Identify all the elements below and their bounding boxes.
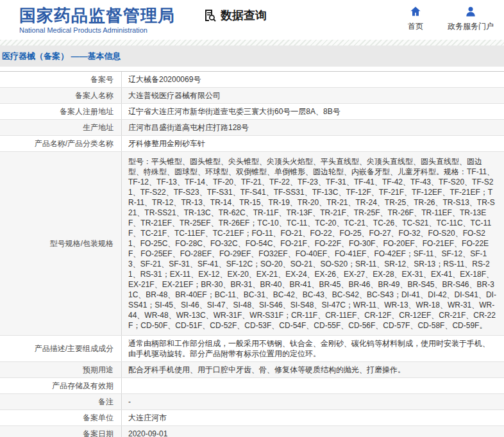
row-value [122, 378, 504, 393]
row-label: 备案人名称 [0, 88, 122, 103]
data-query-label: 数据查询 [221, 8, 267, 23]
table-row: 备案人名称 大连普锐医疗器械有限公司 [0, 88, 504, 104]
top-nav: 首页 政务服务门户 [401, 5, 494, 32]
table-row: 产品名称/产品分类名称 牙科修整用金刚砂车针 [0, 136, 504, 152]
table-row: 备案日期 2020-09-01 [0, 426, 504, 437]
row-label: 型号规格/包装规格 [0, 152, 122, 335]
row-label: 备案号 [0, 72, 122, 87]
row-label: 备案日期 [0, 426, 122, 437]
row-value: 通常由柄部和工作部分组成，一般采用不锈钢、钛合金、金刚砂、碳化钨等材料制成，使用… [122, 336, 504, 361]
row-value: - [122, 394, 504, 409]
document-search-icon [202, 8, 217, 23]
hatched-divider [0, 40, 504, 45]
table-row: 预期用途 配合牙科手机使用、用于口腔中牙齿、骨、修复体等硬质结构的抛光、打磨操作… [0, 362, 504, 378]
table-row: 产品描述/主要组成成分 通常由柄部和工作部分组成，一般采用不锈钢、钛合金、金刚砂… [0, 336, 504, 362]
row-value: 配合牙科手机使用、用于口腔中牙齿、骨、修复体等硬质结构的抛光、打磨操作。 [122, 362, 504, 377]
nav-item-label: 首页 [408, 21, 423, 32]
row-label: 生产地址 [0, 120, 122, 135]
table-row: 生产地址 庄河市昌盛街道高屯村庄打路128号 [0, 120, 504, 136]
row-label: 备注 [0, 394, 122, 409]
breadcrumb-band: 医疗器械（备案） ——基本信息 [0, 45, 504, 67]
table-row: 产品存储及有效期 [0, 378, 504, 394]
nav-item-home[interactable]: 首页 [401, 5, 430, 32]
home-icon [409, 5, 422, 18]
breadcrumb: 医疗器械（备案） ——基本信息 [0, 51, 121, 62]
row-label: 产品存储及有效期 [0, 378, 122, 393]
row-label: 产品描述/主要组成成分 [0, 336, 122, 361]
logo-title-cn: 国家药品监督管理局 [19, 6, 175, 25]
row-value: 大连庄河市 [122, 410, 504, 425]
row-label: 备案单位 [0, 410, 122, 425]
site-header: 国家药品监督管理局 National Medical Products Admi… [0, 0, 504, 40]
row-value: 2020-09-01 [122, 426, 504, 437]
row-label: 备案人注册地址 [0, 104, 122, 119]
row-label: 预期用途 [0, 362, 122, 377]
row-value: 大连普锐医疗器械有限公司 [122, 88, 504, 103]
row-value: 辽宁省大连庄河市新华街道壹屯委三寰大街60号一层8A、8B号 [122, 104, 504, 119]
nav-item-label: 政务服务门户 [448, 21, 494, 32]
table-row: 备案人注册地址 辽宁省大连庄河市新华街道壹屯委三寰大街60号一层8A、8B号 [0, 104, 504, 120]
table-row: 备注 - [0, 394, 504, 410]
row-value: 庄河市昌盛街道高屯村庄打路128号 [122, 120, 504, 135]
nav-item-gov-portal[interactable]: 政务服务门户 [448, 5, 494, 32]
user-icon [464, 5, 477, 18]
row-value: 牙科修整用金刚砂车针 [122, 136, 504, 151]
data-query-title[interactable]: 数据查询 [202, 8, 267, 23]
table-row: 备案号 辽大械备20200069号 [0, 72, 504, 88]
table-row: 备案单位 大连庄河市 [0, 410, 504, 426]
table-row: 型号规格/包装规格 型号：平头锥型、圆头锥型、尖头锥型、尖顶头火焰型、平头直线型… [0, 152, 504, 336]
row-value: 辽大械备20200069号 [122, 72, 504, 87]
nmpa-logo: 国家药品监督管理局 National Medical Products Admi… [19, 6, 175, 35]
row-label: 产品名称/产品分类名称 [0, 136, 122, 151]
row-value: 型号：平头锥型、圆头锥型、尖头锥型、尖顶头火焰型、平头直线型、尖顶头直线型、圆头… [122, 152, 504, 335]
record-detail-table: 备案号 辽大械备20200069号 备案人名称 大连普锐医疗器械有限公司 备案人… [0, 71, 504, 437]
logo-title-en: National Medical Products Administration [19, 26, 175, 35]
